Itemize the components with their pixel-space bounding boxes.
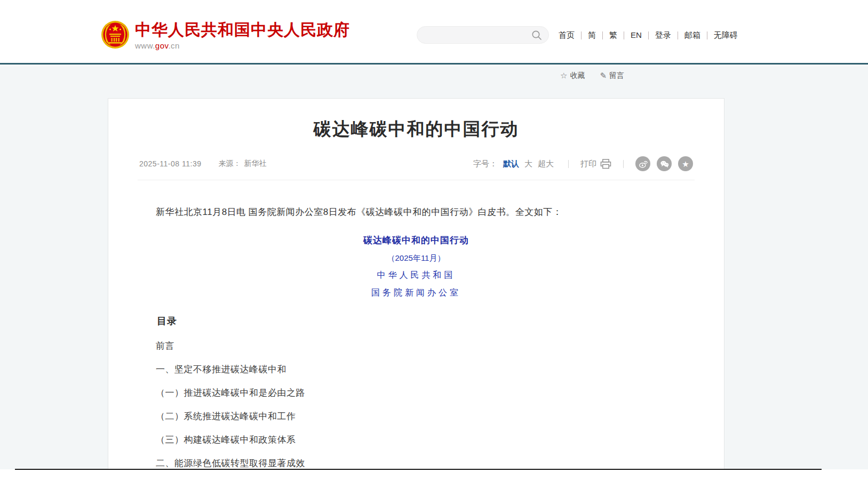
toc-item-1-1: （一）推进碳达峰碳中和是必由之路 <box>138 388 695 398</box>
quickbar: ☆ 收藏 ✎ 留言 <box>560 71 624 81</box>
site-name: 中华人民共和国中央人民政府 <box>135 21 350 38</box>
wechat-icon <box>659 159 670 169</box>
brand-text: 中华人民共和国中央人民政府 www.gov.cn <box>135 20 350 50</box>
nav-divider <box>678 31 678 39</box>
nav-login[interactable]: 登录 <box>654 29 673 42</box>
toc-item-1-2: （二）系统推进碳达峰碳中和工作 <box>138 412 695 421</box>
toc-item-1: 一、坚定不移推进碳达峰碳中和 <box>138 365 695 374</box>
nav-divider <box>707 31 707 39</box>
doc-date: （2025年11月） <box>138 253 695 263</box>
share-wechat-button[interactable] <box>657 156 672 171</box>
pencil-icon: ✎ <box>600 71 607 81</box>
fontsize-large-button[interactable]: 大 <box>524 159 532 169</box>
fontsize-default-button[interactable]: 默认 <box>503 159 519 169</box>
top-nav: 首页 简 繁 EN 登录 邮箱 无障碍 <box>557 29 739 42</box>
star-outline-icon: ☆ <box>560 71 567 81</box>
search-icon[interactable] <box>531 30 542 41</box>
star-icon: ★ <box>682 160 689 168</box>
toc-item-1-3: （三）构建碳达峰碳中和政策体系 <box>138 435 695 445</box>
article-meta-left: 2025-11-08 11:39 来源： 新华社 <box>139 159 266 169</box>
nav-simplified[interactable]: 简 <box>586 29 598 42</box>
site-logo[interactable]: 中华人民共和国中央人民政府 www.gov.cn <box>101 20 350 50</box>
message-label: 留言 <box>609 71 624 81</box>
page-background: ☆ 收藏 ✎ 留言 碳达峰碳中和的中国行动 2025-11-08 11:39 来… <box>0 66 868 469</box>
url-cn: .cn <box>168 41 180 50</box>
article-body: 新华社北京11月8日电 国务院新闻办公室8日发布《碳达峰碳中和的中国行动》白皮书… <box>138 205 695 469</box>
nav-traditional[interactable]: 繁 <box>608 29 619 42</box>
message-button[interactable]: ✎ 留言 <box>600 71 624 81</box>
nav-english[interactable]: EN <box>629 29 643 42</box>
weibo-icon <box>638 159 648 169</box>
site-url: www.gov.cn <box>135 41 350 50</box>
meta-divider <box>623 160 624 168</box>
fontsize-label: 字号： <box>473 159 497 169</box>
meta-divider <box>568 160 569 168</box>
intro-paragraph: 新华社北京11月8日电 国务院新闻办公室8日发布《碳达峰碳中和的中国行动》白皮书… <box>138 205 695 219</box>
nav-mail[interactable]: 邮箱 <box>683 29 702 42</box>
favorite-button[interactable]: ☆ 收藏 <box>560 71 585 81</box>
national-emblem-icon <box>101 20 130 49</box>
doc-org-line1: 中华人民共和国 <box>138 270 695 281</box>
page-title: 碳达峰碳中和的中国行动 <box>138 118 695 140</box>
nav-divider <box>648 31 649 39</box>
print-button[interactable]: 打印 <box>580 159 611 169</box>
article-meta-right: 字号： 默认 大 超大 打印 <box>473 156 693 171</box>
nav-home[interactable]: 首页 <box>557 29 576 42</box>
share-more-button[interactable]: ★ <box>678 156 693 171</box>
url-gov: gov <box>155 41 169 50</box>
printer-icon <box>600 159 611 169</box>
nav-divider <box>602 31 603 39</box>
site-header: 中华人民共和国中央人民政府 www.gov.cn 首页 简 繁 EN 登录 邮箱… <box>0 0 868 65</box>
url-www: www. <box>135 41 155 50</box>
toc-item-2: 二、能源绿色低碳转型取得显著成效 <box>138 459 695 468</box>
nav-divider <box>581 31 582 39</box>
source-label: 来源： <box>218 159 241 169</box>
nav-accessibility[interactable]: 无障碍 <box>712 29 739 42</box>
doc-org-line2: 国务院新闻办公室 <box>138 287 695 299</box>
article-card: 碳达峰碳中和的中国行动 2025-11-08 11:39 来源： 新华社 字号：… <box>108 98 724 469</box>
doc-title: 碳达峰碳中和的中国行动 <box>138 234 695 246</box>
toc-heading: 目录 <box>138 315 695 327</box>
share-weibo-button[interactable] <box>635 156 650 171</box>
toc-item-preface: 前言 <box>138 341 695 351</box>
fontsize-xlarge-button[interactable]: 超大 <box>538 159 554 169</box>
article-meta-row: 2025-11-08 11:39 来源： 新华社 字号： 默认 大 超大 打印 <box>138 156 695 180</box>
source-value[interactable]: 新华社 <box>244 159 266 169</box>
window-bottom-edge <box>15 469 822 470</box>
favorite-label: 收藏 <box>570 71 585 81</box>
share-icons: ★ <box>635 156 693 171</box>
print-label: 打印 <box>580 159 596 169</box>
nav-divider <box>624 31 624 39</box>
search-input[interactable] <box>417 27 531 43</box>
search-box <box>417 26 549 44</box>
publish-date: 2025-11-08 11:39 <box>139 159 201 168</box>
